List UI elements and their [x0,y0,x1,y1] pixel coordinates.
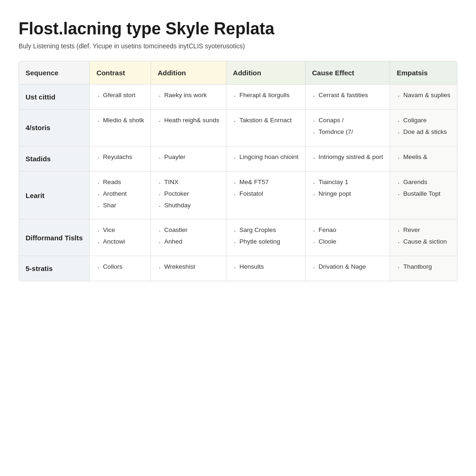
cell-addition2-4: Sarg CroplesPhytle soleting [226,219,305,256]
bullet-list: TINXPoctokerShuthday [158,178,219,210]
cell-addition2-3: Me& FT57Foistatol [226,171,305,219]
list-item: Cloole [312,238,383,246]
list-item: Vice [96,226,144,235]
list-item: Thantborg [397,263,450,271]
bullet-list: Miedio & shotk [96,116,144,125]
list-item: Sarg Croples [233,226,298,235]
list-item: Hensults [233,263,298,271]
cell-addition1-3: TINXPoctokerShuthday [151,171,226,219]
cell-addition1-1: Heath reigh& sunds [151,110,226,146]
bullet-list: Hensults [233,263,298,271]
header-cell-empatsis: Empatsis [390,61,457,85]
list-item: Poctoker [158,190,219,198]
cell-empatsis-5: Thantborg [390,256,457,281]
cell-sequence-5: 5-stratis [19,256,90,281]
bullet-list: Wrekeshist [158,263,219,271]
bullet-list: Collors [96,263,144,271]
list-item: Drivation & Nage [312,263,383,271]
page-header: Flost.lacning type Skyle Replata Buly Li… [19,19,457,50]
list-item: Coastler [158,226,219,235]
list-item: Miedio & shotk [96,116,144,125]
cell-addition1-0: Raeky ins work [151,85,226,110]
list-item: Wrekeshist [158,263,219,271]
list-item: Reyulachs [96,153,144,162]
cell-causeeffect-0: Cerrast & fastities [305,85,390,110]
main-table-wrapper: SequenceContrastAdditionAdditionCause Ef… [19,61,457,281]
list-item: Heath reigh& sunds [158,116,219,125]
bullet-list: ViceAnctowi [96,226,144,246]
list-item: Anhed [158,238,219,246]
cell-empatsis-0: Navam & suplies [390,85,457,110]
bullet-list: Me& FT57Foistatol [233,178,298,198]
bullet-list: Conaps /Tomdnce (7/ [312,116,383,137]
list-item: Rever [397,226,450,235]
list-item: Takstion & Enrnact [233,116,298,125]
bullet-list: ColigareDoe ad & sticks [397,116,450,137]
bullet-list: Takstion & Enrnact [233,116,298,125]
list-item: Reads [96,178,144,187]
table-row: 4/storisMiedio & shotkHeath reigh& sunds… [19,110,457,146]
cell-contrast-3: ReadsArothentShar [90,171,151,219]
cell-contrast-1: Miedio & shotk [90,110,151,146]
bullet-list: Drivation & Nage [312,263,383,271]
header-cell-contrast: Contrast [90,61,151,85]
bullet-list: Heath reigh& sunds [158,116,219,125]
cell-empatsis-4: ReverCause & siction [390,219,457,256]
list-item: Coligare [397,116,450,125]
bullet-list: Thantborg [397,263,450,271]
cell-empatsis-2: Meelis & [390,146,457,171]
cell-causeeffect-4: FenaoCloole [305,219,390,256]
list-item: Intriomgy sistred & port [312,153,383,162]
cell-contrast-0: Gferall stort [90,85,151,110]
bullet-list: Reyulachs [96,153,144,162]
list-item: Raeky ins work [158,91,219,100]
cell-addition1-4: CoastlerAnhed [151,219,226,256]
cell-empatsis-3: GarendsBustaille Topt [390,171,457,219]
cell-sequence-2: Stadids [19,146,90,171]
cell-empatsis-1: ColigareDoe ad & sticks [390,110,457,146]
list-item: Arothent [96,190,144,198]
header-cell-causeeffect: Cause Effect [305,61,390,85]
cell-addition2-0: Fherapl & liorgulls [226,85,305,110]
bullet-list: Navam & suplies [397,91,450,100]
list-item: Tomdnce (7/ [312,128,383,137]
list-item: Fenao [312,226,383,235]
list-item: Foistatol [233,190,298,198]
list-item: Shar [96,201,144,210]
list-item: Tiainclay 1 [312,178,383,187]
cell-causeeffect-1: Conaps /Tomdnce (7/ [305,110,390,146]
list-item: Garends [397,178,450,187]
bullet-list: Cerrast & fastities [312,91,383,100]
bullet-list: Intriomgy sistred & port [312,153,383,162]
table-row: LearitReadsArothentSharTINXPoctokerShuth… [19,171,457,219]
header-cell-addition2: Addition [226,61,305,85]
cell-causeeffect-2: Intriomgy sistred & port [305,146,390,171]
header-cell-addition1: Addition [151,61,226,85]
cell-addition2-2: Lingcing hoan chioint [226,146,305,171]
bullet-list: Fherapl & liorgulls [233,91,298,100]
cell-contrast-2: Reyulachs [90,146,151,171]
cell-sequence-3: Learit [19,171,90,219]
bullet-list: CoastlerAnhed [158,226,219,246]
main-table: SequenceContrastAdditionAdditionCause Ef… [19,61,457,281]
list-item: Lingcing hoan chioint [233,153,298,162]
list-item: Phytle soleting [233,238,298,246]
page-title: Flost.lacning type Skyle Replata [19,19,457,39]
bullet-list: GarendsBustaille Topt [397,178,450,198]
bullet-list: ReadsArothentShar [96,178,144,210]
list-item: Bustaille Topt [397,190,450,198]
bullet-list: Tiainclay 1Nringe popt [312,178,383,198]
bullet-list: Sarg CroplesPhytle soleting [233,226,298,246]
list-item: Conaps / [312,116,383,125]
list-item: TINX [158,178,219,187]
page-subtitle: Buly Listening tests (dlef. Yicupe in us… [19,42,457,50]
cell-addition2-1: Takstion & Enrnact [226,110,305,146]
bullet-list: FenaoCloole [312,226,383,246]
cell-sequence-0: Ust cittid [19,85,90,110]
bullet-list: Raeky ins work [158,91,219,100]
cell-addition2-5: Hensults [226,256,305,281]
table-body: Ust cittidGferall stortRaeky ins workFhe… [19,85,457,281]
list-item: Meelis & [397,153,450,162]
bullet-list: Lingcing hoan chioint [233,153,298,162]
bullet-list: Puayler [158,153,219,162]
